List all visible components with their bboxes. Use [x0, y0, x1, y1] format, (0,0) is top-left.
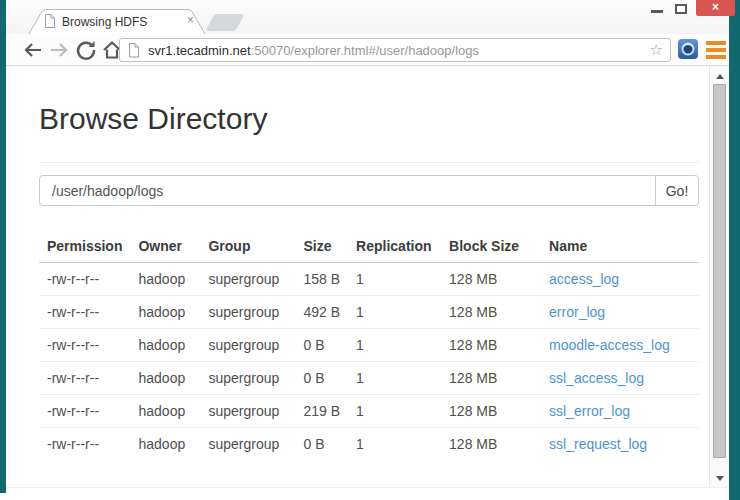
file-link[interactable]: ssl_error_log	[549, 403, 630, 419]
browser-toolbar: svr1.tecadmin.net:50070/explorer.html#/u…	[6, 34, 729, 66]
extension-swirl-icon	[678, 39, 698, 59]
maximize-button[interactable]	[675, 4, 687, 14]
table-row: -rw-r--r-- hadoop supergroup 0 B 1 128 M…	[39, 329, 699, 362]
cell-replication: 1	[348, 263, 441, 296]
menu-bar	[706, 48, 726, 52]
tab-title: Browsing HDFS	[62, 15, 147, 29]
table-row: -rw-r--r-- hadoop supergroup 158 B 1 128…	[39, 263, 699, 296]
divider	[39, 162, 699, 163]
col-permission: Permission	[39, 230, 130, 263]
tab-close-icon[interactable]: ×	[187, 13, 194, 27]
path-input-group: Go!	[39, 175, 699, 206]
page-icon	[44, 14, 56, 28]
cell-replication: 1	[348, 329, 441, 362]
file-link[interactable]: ssl_access_log	[549, 370, 644, 386]
url-path: :50070/explorer.html#/user/hadoop/logs	[251, 43, 479, 58]
table-row: -rw-r--r-- hadoop supergroup 219 B 1 128…	[39, 395, 699, 428]
col-block-size: Block Size	[441, 230, 541, 263]
cell-group: supergroup	[200, 395, 295, 428]
cell-owner: hadoop	[130, 296, 200, 329]
url-text: svr1.tecadmin.net:50070/explorer.html#/u…	[148, 43, 479, 58]
minimize-button[interactable]	[651, 10, 663, 13]
cell-permission: -rw-r--r--	[39, 428, 130, 461]
titlebar: Browsing HDFS × ×	[6, 0, 729, 34]
cell-group: supergroup	[200, 296, 295, 329]
cell-owner: hadoop	[130, 362, 200, 395]
window-frame-right	[729, 0, 740, 500]
cell-replication: 1	[348, 395, 441, 428]
file-table: Permission Owner Group Size Replication …	[39, 230, 699, 460]
address-bar[interactable]: svr1.tecadmin.net:50070/explorer.html#/u…	[119, 38, 671, 62]
scroll-down-icon[interactable]	[716, 476, 724, 481]
reload-icon[interactable]	[75, 39, 97, 61]
table-row: -rw-r--r-- hadoop supergroup 0 B 1 128 M…	[39, 428, 699, 461]
cell-block-size: 128 MB	[441, 395, 541, 428]
path-input[interactable]	[39, 175, 656, 206]
page-viewport: Browse Directory Go! Permission Owner Gr…	[6, 66, 709, 487]
tab-browsing-hdfs[interactable]: Browsing HDFS ×	[28, 8, 206, 34]
cell-size: 219 B	[295, 395, 348, 428]
cell-replication: 1	[348, 296, 441, 329]
file-link[interactable]: ssl_request_log	[549, 436, 647, 452]
bookmark-star-icon[interactable]: ☆	[650, 41, 663, 59]
cell-owner: hadoop	[130, 428, 200, 461]
cell-group: supergroup	[200, 329, 295, 362]
cell-size: 0 B	[295, 428, 348, 461]
table-row: -rw-r--r-- hadoop supergroup 0 B 1 128 M…	[39, 362, 699, 395]
cell-owner: hadoop	[130, 329, 200, 362]
extension-icon[interactable]	[678, 39, 698, 59]
menu-bar	[706, 55, 726, 59]
url-page-icon	[128, 43, 140, 58]
cell-block-size: 128 MB	[441, 263, 541, 296]
cell-group: supergroup	[200, 362, 295, 395]
table-header-row: Permission Owner Group Size Replication …	[39, 230, 699, 263]
go-button[interactable]: Go!	[655, 175, 699, 206]
cell-replication: 1	[348, 428, 441, 461]
file-link[interactable]: moodle-access_log	[549, 337, 670, 353]
cell-permission: -rw-r--r--	[39, 395, 130, 428]
file-link[interactable]: access_log	[549, 271, 619, 287]
forward-icon[interactable]	[48, 39, 70, 61]
cell-permission: -rw-r--r--	[39, 296, 130, 329]
scrollbar-thumb[interactable]	[713, 84, 726, 458]
menu-icon[interactable]	[706, 41, 726, 59]
cell-owner: hadoop	[130, 263, 200, 296]
cell-block-size: 128 MB	[441, 329, 541, 362]
cell-size: 0 B	[295, 362, 348, 395]
col-owner: Owner	[130, 230, 200, 263]
col-name: Name	[541, 230, 699, 263]
cell-block-size: 128 MB	[441, 296, 541, 329]
cell-permission: -rw-r--r--	[39, 362, 130, 395]
table-row: -rw-r--r-- hadoop supergroup 492 B 1 128…	[39, 296, 699, 329]
page-title: Browse Directory	[39, 102, 699, 136]
cell-block-size: 128 MB	[441, 362, 541, 395]
cell-size: 0 B	[295, 329, 348, 362]
cell-permission: -rw-r--r--	[39, 263, 130, 296]
cell-replication: 1	[348, 362, 441, 395]
cell-block-size: 128 MB	[441, 428, 541, 461]
scroll-up-icon[interactable]	[716, 74, 724, 79]
back-icon[interactable]	[22, 39, 44, 61]
file-link[interactable]: error_log	[549, 304, 605, 320]
cell-group: supergroup	[200, 263, 295, 296]
cell-size: 158 B	[295, 263, 348, 296]
cell-size: 492 B	[295, 296, 348, 329]
vertical-scrollbar[interactable]	[709, 66, 729, 487]
url-host: svr1.tecadmin.net	[148, 43, 251, 58]
close-button[interactable]: ×	[696, 0, 735, 16]
cell-owner: hadoop	[130, 395, 200, 428]
new-tab-button[interactable]	[205, 14, 244, 31]
window-bottom-edge	[6, 487, 729, 500]
browser-window: Browsing HDFS × × svr1.tecadmin.net	[0, 0, 740, 500]
cell-permission: -rw-r--r--	[39, 329, 130, 362]
col-replication: Replication	[348, 230, 441, 263]
menu-bar	[706, 41, 726, 45]
cell-group: supergroup	[200, 428, 295, 461]
col-group: Group	[200, 230, 295, 263]
col-size: Size	[295, 230, 348, 263]
browse-directory-page: Browse Directory Go! Permission Owner Gr…	[6, 66, 708, 487]
